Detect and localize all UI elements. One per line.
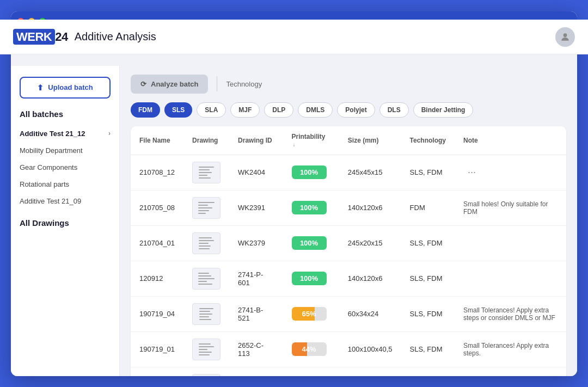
technology-filters: FDM SLS SLA MJF DLP DMLS Polyjet DLS Bin…: [131, 102, 473, 118]
upload-batch-button[interactable]: ⬆ Upload batch: [20, 77, 111, 99]
drawing-thumbnail: [192, 339, 220, 360]
cell-file-name: 210704_01: [131, 225, 183, 261]
cell-drawing-id: 2741-P-601: [229, 261, 283, 296]
sidebar-item-additive-test-21-09[interactable]: Additive Test 21_09: [11, 193, 119, 210]
sidebar-item-gear-components[interactable]: Gear Components: [11, 159, 119, 176]
thumb-line: [199, 343, 211, 345]
table-row: 120912 2741-P-601 100% 140x120x6 SLS, FD…: [131, 261, 566, 296]
cell-drawing-id: WK2379: [229, 225, 283, 261]
cell-file-name: 190719_01: [131, 367, 183, 376]
main-content: ⟳ Analyze batch Technology FDM SLS SLA M…: [120, 66, 577, 376]
cell-printability: 100%: [283, 261, 339, 296]
thumb-line: [199, 248, 210, 249]
filter-binder-jetting[interactable]: Binder Jetting: [413, 102, 474, 118]
filter-dlp[interactable]: DLP: [264, 102, 293, 118]
more-options-button[interactable]: ···: [463, 164, 480, 180]
printability-badge: 100%: [292, 236, 327, 250]
cell-technology: SLS, FDM: [401, 296, 455, 331]
cell-printability: 100%: [283, 190, 339, 225]
cell-drawing: [183, 190, 229, 225]
logo: WERK24: [13, 30, 68, 44]
table-row: 210705_08 WK2391 100% 140x120x6 FDM Smal…: [131, 190, 566, 225]
logo-suffix: 24: [55, 30, 68, 44]
technology-label: Technology: [226, 80, 262, 88]
thumb-line: [199, 172, 212, 173]
col-file-name: File Name: [131, 126, 183, 155]
thumb-line: [198, 213, 206, 214]
drawings-section-title: All Drawings: [11, 210, 119, 232]
thumb-line: [199, 167, 214, 168]
thumb-line: [199, 175, 207, 176]
filter-dmls[interactable]: DMLS: [298, 102, 333, 118]
thumb-lines: [196, 200, 217, 216]
filter-dls[interactable]: DLS: [379, 102, 409, 118]
cell-file-name: 210708_12: [131, 155, 183, 190]
thumb-line: [198, 205, 208, 206]
cell-note: ···: [455, 155, 566, 190]
batches-section-title: All batches: [11, 109, 119, 125]
cell-size: 114,5x32x32: [339, 367, 401, 376]
filter-polyjet[interactable]: Polyjet: [337, 102, 375, 118]
cell-drawing: [183, 225, 229, 261]
printability-badge: 65%: [292, 307, 327, 321]
cell-drawing: [183, 331, 229, 367]
sidebar-item-rotational-parts[interactable]: Rotational parts: [11, 176, 119, 193]
printability-badge: 44%: [292, 342, 327, 356]
cell-note: Small holes! Only suitable for FDM: [455, 190, 566, 225]
cell-size: 60x34x24: [339, 296, 401, 331]
drawing-thumbnail: [192, 303, 220, 325]
thumb-line: [199, 311, 210, 312]
col-printability[interactable]: Printability ↓: [283, 126, 339, 155]
thumb-lines: [196, 271, 217, 287]
cell-drawing-id: 2741-B-521: [229, 296, 283, 331]
thumb-line: [198, 202, 215, 203]
cell-file-name: 210705_08: [131, 190, 183, 225]
thumb-line: [199, 243, 209, 244]
analyze-icon: ⟳: [140, 80, 146, 88]
sidebar-item-mobility-department[interactable]: Mobility Department: [11, 142, 119, 159]
thumb-lines: [197, 341, 216, 358]
sidebar: ⬆ Upload batch All batches Additive Test…: [11, 66, 120, 376]
thumb-line: [199, 240, 214, 241]
cell-technology: SLS, FDM: [401, 261, 455, 296]
svg-point-0: [564, 33, 567, 37]
cell-technology: SLS, FDM: [401, 225, 455, 261]
thumb-line: [199, 349, 207, 350]
thumb-line: [199, 319, 211, 320]
thumb-line: [199, 308, 213, 309]
filter-sla[interactable]: SLA: [197, 102, 226, 118]
thumb-line: [199, 169, 210, 170]
app-window: WERK24 Additive Analysis ⬆ Upload batch …: [11, 11, 577, 376]
cell-note: Small Tolerances! Apply extra steps.: [455, 331, 566, 367]
cell-drawing: [183, 367, 229, 376]
thumb-line: [199, 245, 211, 247]
filter-sls[interactable]: SLS: [164, 102, 192, 118]
thumb-line: [198, 207, 212, 208]
cell-printability: 100%: [283, 155, 339, 190]
thumb-lines: [197, 306, 216, 322]
upload-icon: ⬆: [37, 83, 44, 92]
cell-note: Small Tolerances! Apply extra steps or c…: [455, 296, 566, 331]
cell-note: [455, 225, 566, 261]
cell-printability: 65%: [283, 296, 339, 331]
cell-technology: SLS, FDM: [401, 331, 455, 367]
header-left: WERK24 Additive Analysis: [13, 30, 156, 44]
sidebar-item-additive-test-21-12[interactable]: Additive Test 21_12 ›: [11, 125, 119, 142]
cell-note: Small Tolerances! Apply extra steps.: [455, 367, 566, 376]
thumb-line: [198, 284, 212, 285]
filter-fdm[interactable]: FDM: [131, 102, 160, 118]
upload-label: Upload batch: [48, 83, 93, 91]
thumb-line: [199, 346, 214, 347]
cell-technology: FDM: [401, 190, 455, 225]
cell-drawing: [183, 296, 229, 331]
cell-printability: 21%: [283, 367, 339, 376]
thumb-line: [199, 352, 212, 353]
avatar[interactable]: [555, 27, 575, 47]
cell-printability: 100%: [283, 225, 339, 261]
analyze-batch-button[interactable]: ⟳ Analyze batch: [131, 75, 208, 94]
filter-mjf[interactable]: MJF: [230, 102, 260, 118]
drawing-thumbnail: [192, 374, 220, 376]
col-drawing: Drawing: [183, 126, 229, 155]
col-drawing-id: Drawing ID: [229, 126, 283, 155]
thumb-line: [198, 278, 215, 279]
